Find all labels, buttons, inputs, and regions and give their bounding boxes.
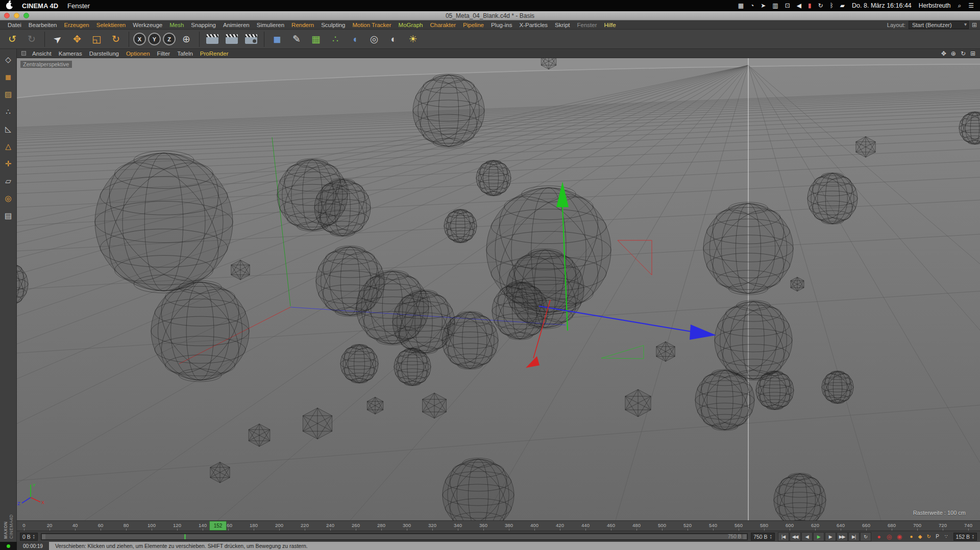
grid-icon[interactable]: ▦ (738, 2, 744, 9)
keyboard-icon[interactable]: ▥ (772, 2, 778, 9)
menu-item-bearbeiten[interactable]: Bearbeiten (25, 22, 61, 28)
time-machine-icon[interactable]: ↻ (818, 2, 823, 9)
redo-button[interactable]: ↻ (22, 31, 41, 48)
viewport-menu-kameras[interactable]: Kameras (55, 51, 86, 57)
add-deformer-button[interactable]: ◖ (346, 31, 364, 48)
menu-item-simulieren[interactable]: Simulieren (253, 22, 288, 28)
menu-item-hilfe[interactable]: Hilfe (601, 22, 620, 28)
goto-end-button[interactable]: ▶| (848, 532, 860, 541)
viewport-menu-prorender[interactable]: ProRender (197, 51, 232, 57)
render-picture-viewer-button[interactable] (223, 31, 241, 48)
macos-clock[interactable]: Do. 8. März 16:16:44 (852, 2, 912, 9)
scrollbar-left-cap[interactable] (42, 534, 45, 539)
viewport-rotate-icon[interactable]: ↻ (961, 50, 966, 57)
viewport-camera-label[interactable]: Zentralperspektive (20, 61, 72, 68)
macos-app-menu[interactable]: CINEMA 4D (22, 2, 58, 10)
autokey-button[interactable]: ◎ (885, 532, 894, 541)
menu-item-motion-tracker[interactable]: Motion Tracker (349, 22, 395, 28)
x-axis-button[interactable]: X (133, 33, 146, 45)
viewport-menu-darstellung[interactable]: Darstellung (86, 51, 122, 57)
add-environment-button[interactable]: ◐ (384, 31, 403, 48)
keyframe-selection-button[interactable]: ◉ (895, 532, 904, 541)
record-scale-button[interactable]: ◆ (916, 532, 924, 541)
timeline-end-field[interactable]: 750 B ▲▼ (751, 533, 774, 541)
viewport-pan-icon[interactable]: ✥ (941, 50, 946, 57)
record-rotation-button[interactable]: ↻ (925, 532, 933, 541)
menu-item-pipeline[interactable]: Pipeline (459, 22, 487, 28)
next-frame-button[interactable]: ▶ (825, 532, 836, 541)
goto-start-button[interactable]: |◀ (778, 532, 789, 541)
menu-item-datei[interactable]: Datei (4, 22, 25, 28)
edges-mode-button[interactable]: ◺ (2, 123, 14, 135)
record-parameter-button[interactable]: P (934, 532, 942, 541)
viewport-menu-tafeln[interactable]: Tafeln (174, 51, 197, 57)
menu-item-sculpting[interactable]: Sculpting (317, 22, 349, 28)
current-frame-field[interactable]: 152 B ▲▼ (953, 533, 977, 541)
timeline-scrollbar[interactable]: 750 B (41, 533, 748, 540)
menu-item-fenster[interactable]: Fenster (574, 22, 601, 28)
menu-item-werkzeuge[interactable]: Werkzeuge (129, 22, 166, 28)
viewport-zoom-icon[interactable]: ⊕ (951, 50, 956, 57)
menu-item-animieren[interactable]: Animieren (219, 22, 253, 28)
notification-center-icon[interactable]: ☰ (968, 2, 974, 9)
add-light-button[interactable]: ☀ (404, 31, 422, 48)
render-view-button[interactable] (203, 31, 222, 48)
timeline-scrollbar-handle[interactable] (42, 534, 747, 539)
workplane-mode-button[interactable]: ▱ (2, 175, 14, 187)
polygons-mode-button[interactable]: △ (2, 140, 14, 153)
volume-icon[interactable]: ◀ (797, 2, 801, 9)
timeline-playhead[interactable]: 152 (209, 521, 227, 531)
viewport-menu-ansicht[interactable]: Ansicht (29, 51, 55, 57)
viewport-menu-icon[interactable] (21, 51, 26, 56)
start-stepper[interactable]: ▲▼ (33, 534, 35, 539)
rotate-tool[interactable]: ↻ (107, 31, 125, 48)
recording-icon[interactable]: ▮ (808, 2, 812, 9)
play-mode-button[interactable]: ↻ (860, 532, 871, 541)
display-icon[interactable]: ⊡ (785, 2, 790, 9)
axis-mode-button[interactable]: ✛ (2, 158, 14, 170)
texture-mode-button[interactable]: ▨ (2, 88, 14, 101)
layout-select[interactable]: Start (Benutzer) (909, 21, 969, 29)
next-key-button[interactable]: ▶▶ (837, 532, 848, 541)
menu-item-erzeugen[interactable]: Erzeugen (60, 22, 92, 28)
scrollbar-right-cap[interactable] (743, 534, 747, 539)
bluetooth-icon[interactable]: ᛒ (830, 2, 834, 9)
menu-item-selektieren[interactable]: Selektieren (93, 22, 130, 28)
render-settings-button[interactable] (242, 31, 260, 48)
prev-key-button[interactable]: ◀◀ (790, 532, 801, 541)
points-mode-button[interactable]: ∴ (2, 106, 14, 118)
menu-item-snapping[interactable]: Snapping (187, 22, 219, 28)
menu-item-mograph[interactable]: MoGraph (395, 22, 427, 28)
location-icon[interactable]: ➤ (761, 2, 766, 9)
battery-icon[interactable]: ▰ (840, 2, 845, 9)
menu-item-skript[interactable]: Skript (551, 22, 573, 28)
add-spline-button[interactable]: ✎ (287, 31, 306, 48)
record-button[interactable]: ● (874, 532, 884, 541)
play-button[interactable]: ▶ (813, 532, 824, 541)
add-camera-button[interactable]: ◎ (365, 31, 383, 48)
undo-button[interactable]: ↺ (3, 31, 21, 48)
frame-stepper[interactable]: ▲▼ (972, 534, 974, 539)
z-axis-button[interactable]: Z (163, 33, 176, 45)
menu-item-x-particles[interactable]: X-Particles (516, 22, 552, 28)
add-primitive-button[interactable]: ◼ (268, 31, 286, 48)
y-axis-button[interactable]: Y (148, 33, 161, 45)
timeline-start-field[interactable]: 0 B ▲▼ (20, 533, 38, 541)
menu-item-charakter[interactable]: Charakter (427, 22, 460, 28)
timeline-ruler[interactable]: 0204060801001201401601802002202402602803… (17, 520, 980, 531)
add-subdivision-button[interactable]: ▦ (307, 31, 325, 48)
menu-item-plug-ins[interactable]: Plug-ins (487, 22, 516, 28)
lock-workplane-button[interactable]: ▤ (2, 210, 14, 222)
viewport-toggle-icon[interactable]: ⊞ (970, 50, 975, 57)
menu-item-rendern[interactable]: Rendern (288, 22, 317, 28)
menu-item-mesh[interactable]: Mesh (166, 22, 187, 28)
make-editable-button[interactable]: ◇ (2, 54, 14, 66)
coordinate-system-button[interactable]: ⊕ (177, 31, 195, 48)
macos-user-menu[interactable]: Herbstreuth (919, 2, 951, 9)
viewport-menu-filter[interactable]: Filter (154, 51, 174, 57)
add-cloner-button[interactable]: ∴ (326, 31, 345, 48)
snapping-button[interactable]: ◎ (2, 192, 14, 205)
end-stepper[interactable]: ▲▼ (770, 534, 772, 539)
record-pla-button[interactable]: ∵ (942, 532, 950, 541)
record-position-button[interactable]: ● (908, 532, 916, 541)
